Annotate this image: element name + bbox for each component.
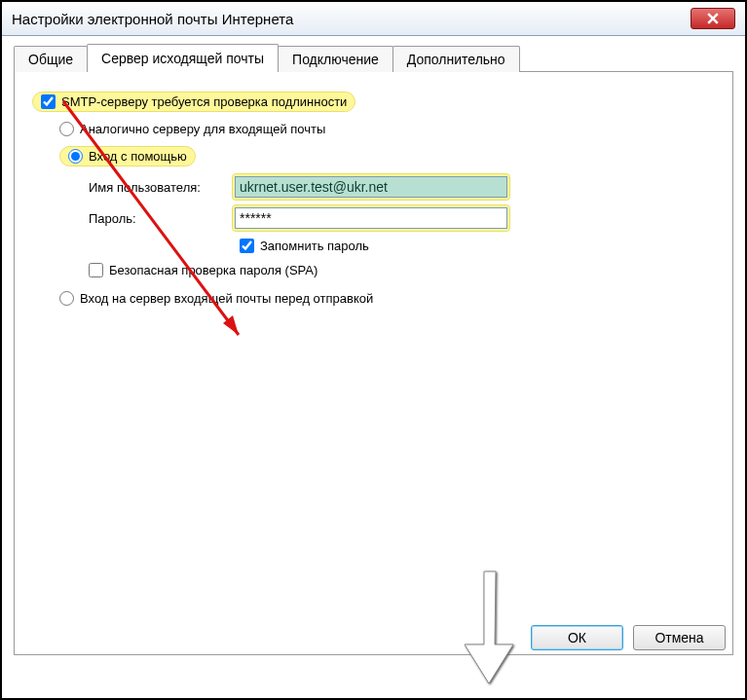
smtp-auth-label: SMTP-серверу требуется проверка подлинно…	[61, 94, 347, 109]
remember-password-checkbox[interactable]	[240, 239, 254, 253]
spa-checkbox[interactable]	[89, 263, 103, 277]
radio-login-incoming-first[interactable]	[59, 291, 74, 306]
highlight-login-with: Вход с помощью	[59, 146, 196, 166]
password-input[interactable]	[235, 207, 507, 229]
radio-login-incoming-first-label: Вход на сервер входящей почты перед отпр…	[80, 291, 373, 306]
tab-outgoing-server[interactable]: Сервер исходящей почты	[87, 44, 279, 72]
close-button[interactable]	[691, 8, 735, 29]
highlight-smtp-auth: SMTP-серверу требуется проверка подлинно…	[32, 92, 355, 112]
cancel-button[interactable]: Отмена	[633, 625, 726, 650]
username-label: Имя пользователя:	[89, 180, 235, 195]
svg-marker-3	[223, 315, 239, 335]
button-bar: ОК Отмена	[531, 625, 726, 650]
spa-label: Безопасная проверка пароля (SPA)	[109, 263, 317, 277]
tab-panel-outgoing: SMTP-серверу требуется проверка подлинно…	[14, 71, 733, 655]
radio-login-with[interactable]	[68, 149, 83, 164]
close-icon	[707, 13, 719, 24]
tab-general[interactable]: Общие	[14, 46, 88, 72]
smtp-auth-checkbox[interactable]	[41, 94, 56, 109]
titlebar: Настройки электронной почты Интернета	[2, 2, 745, 36]
ok-button[interactable]: ОК	[531, 625, 623, 650]
tab-connection[interactable]: Подключение	[278, 46, 393, 72]
username-input[interactable]	[235, 176, 507, 198]
radio-same-as-incoming-label: Аналогично серверу для входящей почты	[80, 122, 325, 136]
window-title: Настройки электронной почты Интернета	[12, 11, 293, 27]
radio-same-as-incoming[interactable]	[59, 122, 74, 136]
radio-login-with-label: Вход с помощью	[89, 149, 187, 164]
tab-advanced[interactable]: Дополнительно	[392, 46, 520, 72]
tab-bar: Общие Сервер исходящей почты Подключение…	[14, 46, 733, 72]
remember-password-label: Запомнить пароль	[260, 239, 369, 253]
password-label: Пароль:	[89, 211, 235, 226]
dialog-content: Общие Сервер исходящей почты Подключение…	[2, 36, 745, 665]
